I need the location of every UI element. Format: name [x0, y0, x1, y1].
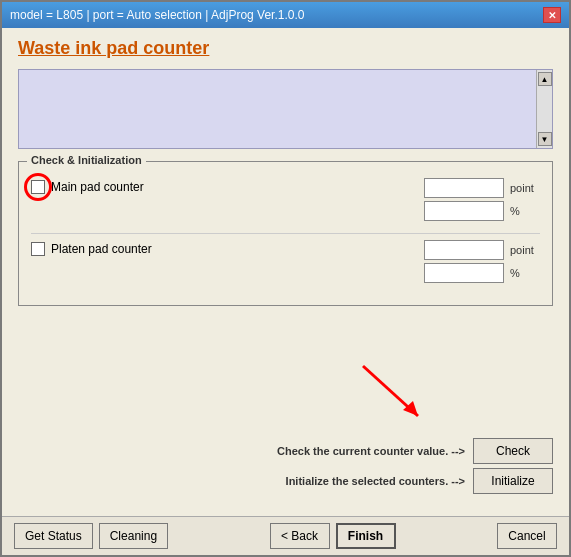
check-action-label: Check the current counter value. -->: [277, 445, 465, 457]
initialize-button[interactable]: Initialize: [473, 468, 553, 494]
main-content: Waste ink pad counter ▲ ▼ Check & Initia…: [2, 28, 569, 516]
page-title: Waste ink pad counter: [18, 38, 553, 59]
bottom-center-buttons: < Back Finish: [270, 523, 396, 549]
platen-pad-percent-input[interactable]: [424, 263, 504, 283]
check-action-row: Check the current counter value. --> Che…: [18, 438, 553, 464]
platen-pad-row: Platen pad counter point %: [31, 233, 540, 289]
bottom-right-buttons: Cancel: [497, 523, 557, 549]
platen-pad-point-unit: point: [510, 244, 540, 256]
close-button[interactable]: ✕: [543, 7, 561, 23]
bottom-left-buttons: Get Status Cleaning: [14, 523, 168, 549]
platen-pad-percent-row: %: [424, 263, 540, 283]
group-legend: Check & Initialization: [27, 154, 146, 166]
init-action-row: Initialize the selected counters. --> In…: [18, 468, 553, 494]
platen-pad-label: Platen pad counter: [51, 242, 152, 256]
main-pad-percent-row: %: [424, 201, 540, 221]
check-button[interactable]: Check: [473, 438, 553, 464]
main-pad-point-unit: point: [510, 182, 540, 194]
main-pad-label-container: Main pad counter: [31, 180, 211, 194]
main-pad-row: Main pad counter point %: [31, 172, 540, 227]
get-status-button[interactable]: Get Status: [14, 523, 93, 549]
main-pad-percent-input[interactable]: [424, 201, 504, 221]
main-checkbox-wrapper: [31, 180, 45, 194]
scrollbar[interactable]: ▲ ▼: [536, 70, 552, 148]
scroll-up-button[interactable]: ▲: [538, 72, 552, 86]
title-bar: model = L805 | port = Auto selection | A…: [2, 2, 569, 28]
main-pad-point-input[interactable]: [424, 178, 504, 198]
main-pad-checkbox[interactable]: [31, 180, 45, 194]
platen-pad-point-row: point: [424, 240, 540, 260]
finish-button[interactable]: Finish: [336, 523, 396, 549]
main-pad-percent-unit: %: [510, 205, 540, 217]
platen-pad-checkbox[interactable]: [31, 242, 45, 256]
main-window: model = L805 | port = Auto selection | A…: [0, 0, 571, 557]
platen-pad-label-container: Platen pad counter: [31, 242, 211, 256]
display-area: ▲ ▼: [18, 69, 553, 149]
main-pad-label: Main pad counter: [51, 180, 144, 194]
title-bar-text: model = L805 | port = Auto selection | A…: [10, 8, 304, 22]
bottom-bar: Get Status Cleaning < Back Finish Cancel: [2, 516, 569, 555]
red-arrow-decoration: [353, 356, 433, 426]
init-action-label: Initialize the selected counters. -->: [286, 475, 465, 487]
cleaning-button[interactable]: Cleaning: [99, 523, 168, 549]
scroll-down-button[interactable]: ▼: [538, 132, 552, 146]
cancel-button[interactable]: Cancel: [497, 523, 557, 549]
platen-pad-percent-unit: %: [510, 267, 540, 279]
back-button[interactable]: < Back: [270, 523, 330, 549]
platen-pad-point-input[interactable]: [424, 240, 504, 260]
action-area: Check the current counter value. --> Che…: [18, 316, 553, 506]
platen-pad-inputs: point %: [424, 240, 540, 283]
check-initialization-group: Check & Initialization Main pad counter …: [18, 161, 553, 306]
main-pad-point-row: point: [424, 178, 540, 198]
main-pad-inputs: point %: [424, 178, 540, 221]
